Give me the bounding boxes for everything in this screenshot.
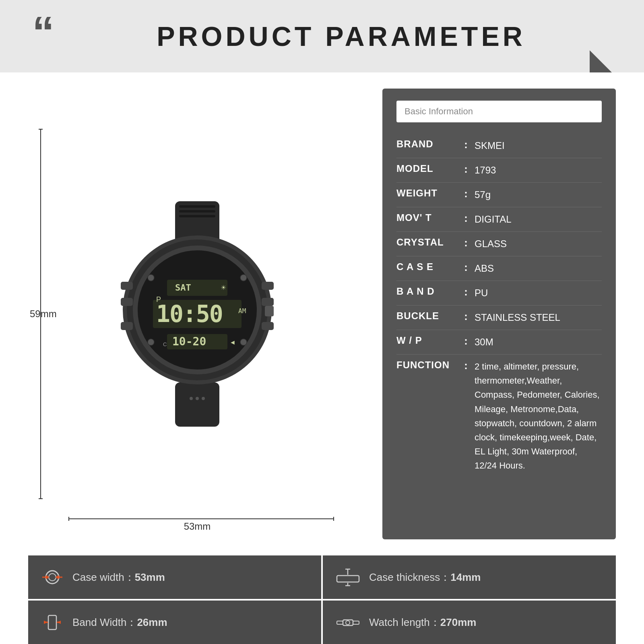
spec-rows-container: BRAND：SKMEIMODEL：1793WEIGHT：57gMOV' T：DI… [396,134,602,478]
svg-text:AM: AM [238,307,246,315]
case-thickness-value: 14mm [450,571,481,583]
svg-point-31 [190,397,193,400]
dimension-width-label: 53mm [184,521,211,532]
page-wrapper: “ PRODUCT PARAMETER 59mm [0,0,644,644]
spec-val-3: DIGITAL [475,212,602,227]
svg-rect-53 [353,621,359,624]
spec-sep-2: ： [461,188,471,200]
spec-card-case-thickness: Case thickness：14mm [323,555,616,599]
spec-row-8: W / P：30M [396,330,602,355]
svg-rect-14 [121,298,133,306]
svg-rect-1 [175,382,219,427]
svg-rect-19 [265,306,274,316]
spec-key-5: C A S E [396,261,461,272]
spec-val-5: ABS [475,261,602,276]
header-arrow-icon [590,50,612,72]
svg-marker-49 [57,621,61,624]
spec-key-1: MODEL [396,163,461,174]
svg-point-10 [240,275,247,281]
spec-val-0: SKMEI [475,138,602,153]
spec-card-band-width: Band Width：26mm [28,601,321,644]
svg-point-35 [49,574,56,581]
svg-point-33 [202,397,205,400]
band-width-text: Band Width：26mm [72,615,167,630]
svg-text:◄: ◄ [229,339,236,346]
svg-text:10-20: 10-20 [172,335,206,348]
svg-point-51 [346,621,350,625]
spec-sep-5: ： [461,261,471,274]
case-width-value: 53mm [135,571,165,583]
spec-card-case-width: Case width：53mm [28,555,321,599]
spec-val-2: 57g [475,188,602,202]
spec-key-9: FUNCTION [396,359,461,371]
spec-val-7: STAINLESS STEEL [475,310,602,325]
basic-info-label: Basic Information [405,106,473,116]
spec-row-2: WEIGHT：57g [396,183,602,207]
header-section: “ PRODUCT PARAMETER [0,0,644,72]
spec-row-9: FUNCTION：2 time, altimeter, pressure, th… [396,355,602,478]
dimension-height-label: 59mm [30,308,57,320]
band-width-value: 26mm [137,616,167,628]
svg-rect-2 [179,205,215,208]
svg-text:P: P [156,295,161,303]
svg-point-32 [196,397,199,400]
spec-row-3: MOV' T：DIGITAL [396,207,602,232]
watch-length-icon [335,613,361,632]
basic-info-box: Basic Information [396,101,602,122]
svg-text:10:50: 10:50 [156,300,223,328]
svg-marker-47 [44,621,48,624]
spec-row-5: C A S E：ABS [396,256,602,281]
spec-key-4: CRYSTAL [396,237,461,248]
watch-area: 59mm [28,89,366,539]
spec-sep-6: ： [461,286,471,299]
spec-key-2: WEIGHT [396,188,461,199]
svg-rect-45 [48,615,56,630]
svg-text:☀: ☀ [221,284,226,291]
bottom-specs-grid: Case width：53mm Case thickness：14mm [0,555,644,644]
spec-sep-3: ： [461,212,471,225]
band-width-icon [40,613,64,632]
spec-key-3: MOV' T [396,212,461,223]
case-thickness-icon [335,568,361,586]
spec-row-7: BUCKLE：STAINLESS STEEL [396,305,602,330]
watch-length-text: Watch length：270mm [369,615,476,630]
svg-point-9 [148,275,154,281]
svg-rect-13 [121,282,133,290]
main-content: 59mm [0,72,644,551]
watch-width-icon [40,568,64,586]
spec-row-1: MODEL：1793 [396,158,602,183]
watch-image-container: 59mm [28,89,366,539]
svg-rect-52 [337,621,343,624]
spec-row-0: BRAND：SKMEI [396,134,602,158]
svg-rect-17 [262,298,274,306]
svg-rect-18 [262,322,274,330]
spec-key-7: BUCKLE [396,310,461,322]
svg-rect-16 [262,282,274,290]
spec-row-4: CRYSTAL：GLASS [396,232,602,256]
svg-point-12 [240,339,247,345]
spec-sep-7: ： [461,310,471,323]
dimension-line-width [68,518,334,519]
spec-val-4: GLASS [475,237,602,251]
svg-rect-40 [337,576,359,582]
spec-val-8: 30M [475,335,602,349]
spec-sep-4: ： [461,237,471,250]
svg-text:SAT: SAT [175,283,191,293]
watch-svg: SAT ☀ 10:50 AM P CHIME 10-20 [113,201,282,427]
watch-length-value: 270mm [440,616,477,628]
page-title: PRODUCT PARAMETER [70,21,612,52]
svg-rect-3 [179,210,215,213]
spec-sep-8: ： [461,335,471,348]
svg-rect-15 [121,322,133,330]
spec-key-0: BRAND [396,138,461,150]
case-thickness-text: Case thickness：14mm [369,570,481,584]
spec-val-6: PU [475,286,602,300]
spec-val-9: 2 time, altimeter, pressure, thermometer… [475,359,602,473]
spec-row-6: B A N D：PU [396,281,602,305]
svg-point-11 [148,339,154,345]
spec-key-8: W / P [396,335,461,346]
spec-sep-0: ： [461,138,471,151]
spec-card-watch-length: Watch length：270mm [323,601,616,644]
spec-sep-9: ： [461,359,471,372]
info-panel: Basic Information BRAND：SKMEIMODEL：1793W… [382,89,616,539]
